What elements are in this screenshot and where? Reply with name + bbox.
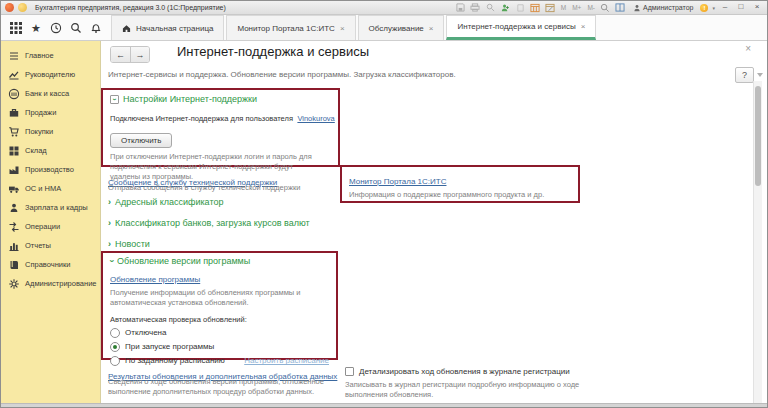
info-icon[interactable]: ! [700,4,708,12]
split-panel-icon[interactable] [615,3,626,13]
tabbar: ★ Начальная страница Монитор Портала 1С:… [1,15,767,41]
chevron-right-icon: › [108,239,111,249]
history-clock-icon[interactable] [49,21,63,35]
checkbox-icon[interactable] [345,367,354,376]
tab-home[interactable]: Начальная страница [111,15,224,40]
radio-option-on-start[interactable]: При запуске программы [110,342,329,352]
portal-monitor-description: Информация о поддержке программного прод… [349,190,571,200]
group-news[interactable]: › Новости [108,239,150,249]
user-name: Администратор [643,4,694,11]
log-detail-label: Детализировать ход обновления в журнале … [359,367,570,376]
memory-mplus-button[interactable]: M+ [571,4,582,11]
operations-icon [8,221,20,233]
search-icon[interactable] [69,21,83,35]
update-results-description: Сведения о ходе обновления версии програ… [108,377,360,397]
sidebar-item-zarplata[interactable]: Зарплата и кадры [1,198,100,217]
main-menu-grid-icon[interactable] [9,21,23,35]
gear-icon [8,278,20,290]
minimize-button[interactable]: – [719,2,731,13]
section-sidebar: Главное Руководителю Банк и касса Продаж… [1,41,101,403]
notifications-bell-icon[interactable] [89,21,103,35]
system-menu-icon[interactable] [18,3,27,12]
maximize-button[interactable]: □ [735,2,747,13]
main-content: × ← → Интернет-поддержка и сервисы Интер… [101,41,767,403]
sidebar-item-bank[interactable]: Банк и касса [1,84,100,103]
tab-close-icon[interactable]: × [340,24,345,33]
tab-label: Монитор Портала 1С:ИТС [237,24,334,33]
add-user-icon[interactable] [500,3,511,13]
user-icon [633,4,641,12]
sidebar-item-operatsii[interactable]: Операции [1,217,100,236]
forward-button[interactable]: → [130,47,149,62]
log-detail-description: Записывать в журнал регистрации подробну… [345,380,590,400]
collapse-checkbox-icon[interactable]: › [110,95,119,104]
sidebar-item-otchety[interactable]: Отчеты [1,236,100,255]
sidebar-item-glavnoe[interactable]: Главное [1,46,100,65]
log-detail-checkbox-row[interactable]: Детализировать ход обновления в журнале … [345,367,570,376]
attachment-icon[interactable] [515,3,526,13]
print-icon[interactable] [470,3,481,13]
radio-option-disabled[interactable]: Отключена [110,328,329,338]
current-user[interactable]: Администратор [633,4,694,12]
home-icon [122,24,131,33]
tab-portal-monitor[interactable]: Монитор Портала 1С:ИТС × [226,15,355,40]
save-icon[interactable] [455,3,466,13]
tab-label: Обслуживание [369,24,424,33]
sidebar-item-rukovoditelyu[interactable]: Руководителю [1,65,100,84]
highlight-box-support-settings: › Настройки Интернет-поддержки Подключен… [101,88,340,167]
group-address-classifier[interactable]: › Адресный классификатор [108,197,223,207]
person-icon [8,202,20,214]
chevron-right-icon: › [108,218,111,228]
scrollbar-thumb[interactable] [755,86,761,186]
update-description: Получение информации об обновлениях прог… [110,288,315,308]
calendar-icon[interactable] [530,3,541,13]
page-title: Интернет-поддержка и сервисы [177,44,369,59]
tab-label: Начальная страница [136,24,213,33]
radio-icon[interactable] [110,328,120,338]
favorites-star-icon[interactable]: ★ [29,21,43,35]
page-subtitle: Интернет-сервисы и поддержка. Обновление… [108,70,456,79]
configure-schedule-link[interactable]: Настроить расписание [244,356,329,365]
close-window-button[interactable]: × [751,2,763,13]
highlight-box-portal-monitor: Монитор Портала 1С:ИТС Информация о подд… [340,165,580,203]
back-button[interactable]: ← [111,47,130,62]
radio-icon-selected[interactable] [110,342,120,352]
memory-mminus-button[interactable]: M- [586,4,596,11]
tab-close-icon[interactable]: × [429,24,434,33]
preview-icon[interactable] [485,3,496,13]
help-dropdown-icon[interactable] [757,73,763,77]
chevron-right-icon: › [108,197,111,207]
support-settings-header[interactable]: › Настройки Интернет-поддержки [110,94,331,104]
tab-internet-support[interactable]: Интернет-поддержка и сервисы × [446,15,596,40]
sidebar-item-os-nma[interactable]: ОС и НМА [1,179,100,198]
memory-m-button[interactable]: M [560,4,567,11]
portal-monitor-link[interactable]: Монитор Портала 1С:ИТС [349,177,446,186]
calendar-edit-icon[interactable] [545,3,556,13]
tab-close-icon[interactable]: × [581,22,586,31]
sidebar-item-prodazhi[interactable]: Продажи [1,103,100,122]
info-dropdown-icon[interactable]: ▾ [712,5,715,11]
factory-icon [8,164,20,176]
sidebar-item-proizvodstvo[interactable]: Производство [1,160,100,179]
sidebar-item-administrirovanie[interactable]: Администрирование [1,274,100,293]
help-button[interactable]: ? [735,67,754,83]
page-close-icon[interactable]: × [745,43,751,54]
sidebar-item-pokupki[interactable]: Покупки [1,122,100,141]
report-icon [8,240,20,252]
quick-toolbar: ★ [1,21,111,40]
app-window: Бухгалтерия предприятия, редакция 3.0 (1… [0,0,768,408]
sidebar-item-sklad[interactable]: Склад [1,141,100,160]
sidebar-item-spravochniki[interactable]: Справочники [1,255,100,274]
disconnect-button[interactable]: Отключить [110,133,172,148]
tab-service[interactable]: Обслуживание × [358,15,445,40]
tab-label: Интернет-поддержка и сервисы [457,22,575,31]
group-bank-classifier[interactable]: › Классификатор банков, загрузка курсов … [108,218,310,228]
titlebar: Бухгалтерия предприятия, редакция 3.0 (1… [1,1,767,15]
tab-strip: Начальная страница Монитор Портала 1С:ИТ… [111,14,598,40]
update-section-header[interactable]: › Обновление версии программы [110,256,329,266]
vertical-scrollbar[interactable] [753,81,762,403]
book-icon [8,259,20,271]
support-user-link[interactable]: Vinokurova [297,114,334,123]
zoom-icon[interactable] [600,3,611,13]
update-program-link[interactable]: Обновление программы [110,275,200,284]
